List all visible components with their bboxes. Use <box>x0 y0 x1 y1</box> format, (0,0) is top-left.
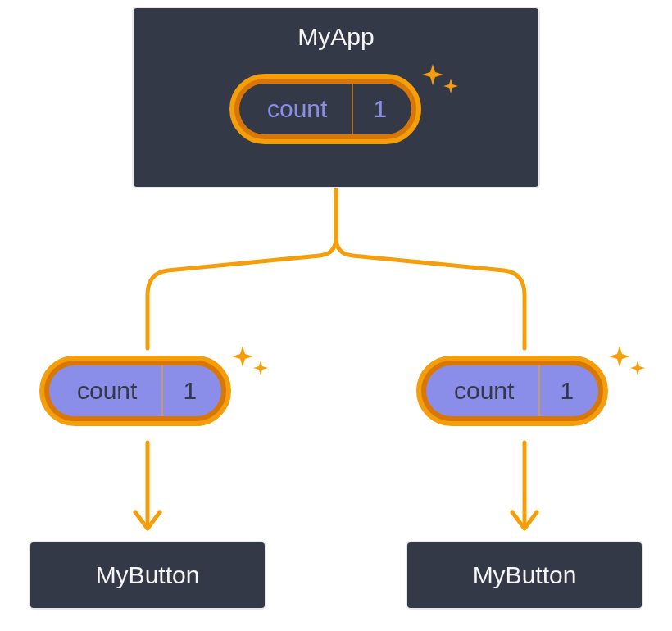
state-pill-myapp: count 1 <box>229 74 421 144</box>
prop-value: 1 <box>540 365 598 416</box>
prop-pill-left: count 1 <box>39 356 231 426</box>
pill-divider <box>352 84 353 134</box>
component-mybutton-left: MyButton <box>29 541 266 610</box>
component-title: MyApp <box>297 23 374 51</box>
sparkle-icon <box>228 341 274 387</box>
state-label: count <box>239 84 352 134</box>
sparkle-icon <box>605 341 651 387</box>
state-value: 1 <box>353 84 411 134</box>
component-title: MyButton <box>96 561 200 589</box>
prop-label: count <box>426 365 538 416</box>
pill-divider <box>538 365 540 416</box>
pill-divider <box>161 365 163 416</box>
component-title: MyButton <box>473 561 577 589</box>
prop-label: count <box>49 365 161 416</box>
prop-pill-right: count 1 <box>416 356 608 426</box>
prop-value: 1 <box>163 365 221 416</box>
component-mybutton-right: MyButton <box>406 541 643 610</box>
